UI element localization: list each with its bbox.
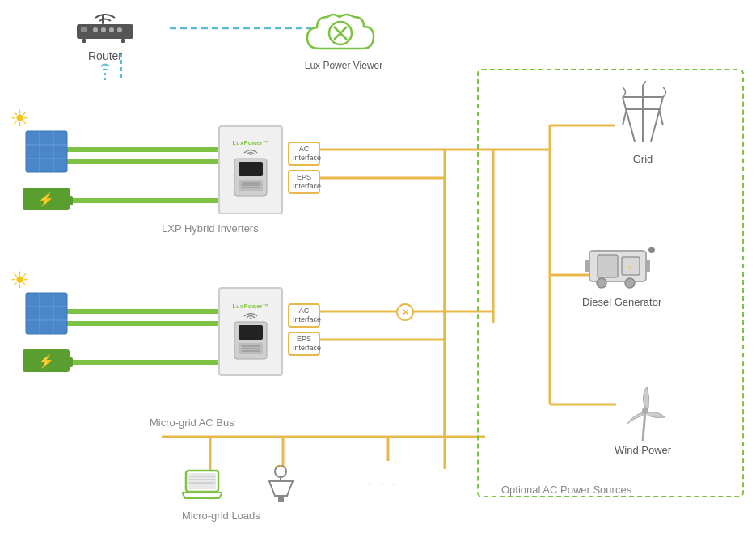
x-marker: ✕ <box>396 303 414 321</box>
svg-rect-27 <box>81 27 87 32</box>
grid-component: Grid <box>615 81 671 165</box>
svg-rect-87 <box>646 260 650 272</box>
svg-rect-64 <box>188 473 216 489</box>
grid-label: Grid <box>615 153 671 165</box>
router-component: Router <box>73 8 137 82</box>
inverter-1: LuxPower™ <box>218 125 283 214</box>
wind-label: Wind Power <box>615 444 671 456</box>
svg-rect-44 <box>26 293 67 334</box>
lamp-icon <box>263 465 299 509</box>
svg-point-31 <box>117 27 122 32</box>
wind-component: Wind Power <box>615 380 671 456</box>
cloud-icon <box>299 4 388 61</box>
generator-component: Diesel Generator <box>582 243 661 308</box>
svg-line-80 <box>623 109 627 125</box>
router-label: Router <box>73 49 137 62</box>
battery-1: ⚡ <box>23 188 70 210</box>
svg-rect-58 <box>239 325 263 340</box>
svg-rect-86 <box>585 260 589 272</box>
cloud-label: Lux Power Viewer <box>299 60 388 71</box>
inverter-2: LuxPower™ <box>218 287 283 376</box>
svg-rect-39 <box>26 131 67 172</box>
svg-rect-83 <box>598 255 618 277</box>
svg-marker-68 <box>269 481 293 496</box>
svg-point-29 <box>101 27 106 32</box>
cloud-component: Lux Power Viewer <box>299 4 388 71</box>
generator-label: Diesel Generator <box>582 296 661 308</box>
eps-interface-badge-2: EPS Interface <box>288 332 320 356</box>
ac-interface-badge-1: AC Interface <box>288 142 320 166</box>
micro-loads-label: Micro-grid Loads <box>182 510 260 522</box>
load-dashes: - - - <box>368 477 398 490</box>
svg-line-81 <box>659 109 663 125</box>
router-wifi-down <box>93 62 117 82</box>
router-icon <box>73 8 137 44</box>
svg-rect-33 <box>82 39 86 43</box>
solar-panel-1 <box>24 129 69 177</box>
system-diagram: Router Lux Power Viewer ☀ ⚡ <box>0 0 756 537</box>
svg-point-56 <box>250 317 252 319</box>
solar-panel-2 <box>24 291 69 339</box>
microgrid-bus-label: Micro-grid AC Bus <box>150 416 234 429</box>
sun-icon-1: ☀ <box>10 105 30 132</box>
svg-point-30 <box>109 27 114 32</box>
svg-point-28 <box>93 27 98 32</box>
eps-interface-badge-1: EPS Interface <box>288 170 320 194</box>
svg-rect-84 <box>622 257 640 275</box>
battery-2: ⚡ <box>23 349 70 372</box>
sun-icon-2: ☀ <box>10 267 30 294</box>
svg-point-89 <box>625 278 635 288</box>
svg-rect-69 <box>278 496 284 502</box>
laptop-icon <box>182 469 222 503</box>
optional-ac-label: Optional AC Power Sources <box>501 484 631 496</box>
svg-point-88 <box>597 278 606 288</box>
svg-rect-34 <box>121 39 125 43</box>
svg-point-49 <box>250 154 252 155</box>
svg-rect-51 <box>239 162 263 176</box>
lxp-inverters-label: LXP Hybrid Inverters <box>162 222 259 235</box>
ac-interface-badge-2: AC Interface <box>288 303 320 328</box>
